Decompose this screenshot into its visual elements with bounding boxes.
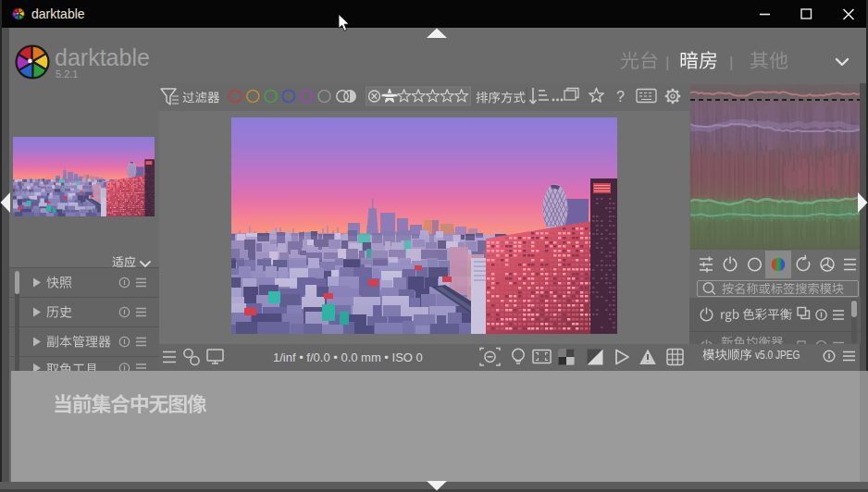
svg-text:|: | (729, 54, 733, 71)
svg-text:|: | (665, 54, 669, 71)
